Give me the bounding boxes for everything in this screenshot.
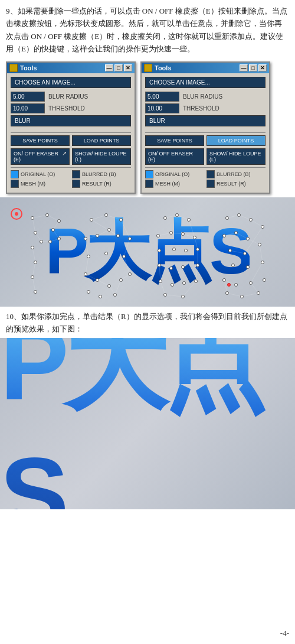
load-points-button-right[interactable]: LOAD POINTS — [206, 135, 266, 146]
choose-image-button-right[interactable]: CHOOSE AN IMAGE... — [145, 77, 266, 88]
blur-button-left[interactable]: BLUR — [11, 115, 131, 126]
blur-radius-row-left: BLUR RADIUS — [11, 92, 131, 102]
loupe-button-right[interactable]: SHOW/ HIDE LOUPE (L) — [206, 148, 266, 165]
checkbox-row1-left: ORIGINAL (O) BLURRED (B) — [11, 170, 131, 178]
threshold-input-right[interactable] — [145, 103, 179, 113]
top-text-block: 9、如果需要删除一些点的话，可以点击 ON / OFF 橡皮擦（E）按钮来删除点… — [0, 0, 295, 59]
mesh-group-left: MESH (M) — [11, 180, 70, 188]
maximize-button-left[interactable]: □ — [114, 64, 123, 71]
divider2-right — [145, 167, 266, 168]
blurred-label-right: BLURRED (B) — [217, 171, 251, 177]
circle-marker — [11, 208, 22, 220]
save-points-button-right[interactable]: SAVE POINTS — [145, 135, 204, 146]
tools-icon-left — [9, 64, 18, 72]
choose-image-button-left[interactable]: CHOOSE AN IMAGE... — [11, 77, 131, 88]
result-group-left: RESULT (R) — [72, 180, 131, 188]
close-button-right[interactable]: ✕ — [258, 64, 267, 71]
tools-body-left: CHOOSE AN IMAGE... BLUR RADIUS THRESHOLD… — [7, 73, 135, 193]
blurred-label-left: BLURRED (B) — [82, 171, 116, 177]
close-button-left[interactable]: ✕ — [124, 64, 132, 71]
preview-inner: P大点S — [0, 338, 295, 509]
blur-radius-label-right: BLUR RADIUS — [183, 93, 222, 100]
circle-marker-inner — [15, 212, 18, 216]
result-label-left: RESULT (R) — [82, 181, 112, 187]
minimize-button-right[interactable]: — — [240, 64, 248, 71]
eraser-row-right: ON/ OFF ERASER (E) SHOW/ HIDE LOUPE (L) — [145, 148, 266, 165]
tools-panel-left: Tools — □ ✕ CHOOSE AN IMAGE... BLUR RADI… — [6, 61, 136, 194]
blur-radius-row-right: BLUR RADIUS — [145, 92, 266, 102]
divider-left — [11, 132, 131, 133]
loupe-button-left[interactable]: SHOW/ HIDE LOUPE (L) — [72, 148, 131, 165]
titlebar-title-right: Tools — [144, 64, 172, 72]
maximize-button-right[interactable]: □ — [249, 64, 257, 71]
blurred-swatch-right — [206, 170, 215, 178]
threshold-input-left[interactable] — [11, 103, 45, 113]
titlebar-right: Tools — □ ✕ — [142, 63, 269, 73]
svg-point-5 — [34, 261, 37, 264]
load-points-button-left[interactable]: LOAD POINTS — [72, 135, 131, 146]
checkbox-row2-right: MESH (M) RESULT (R) — [145, 180, 266, 188]
image-section-inner: P大点S — [0, 197, 295, 307]
eraser-button-left[interactable]: ON/ OFF ERASER (E) ↗ — [11, 148, 70, 165]
tools-body-right: CHOOSE AN IMAGE... BLUR RADIUS THRESHOLD… — [142, 73, 269, 193]
tools-row: Tools — □ ✕ CHOOSE AN IMAGE... BLUR RADI… — [0, 59, 295, 197]
mesh-group-right: MESH (M) — [145, 180, 204, 188]
blurred-swatch-left — [72, 170, 80, 178]
mid-text-block: 10、如果你添加完点，单击结果（R）的显示选项，我们将会得到目前我们所创建点的预… — [0, 307, 295, 338]
blurred-group-left: BLURRED (B) — [72, 170, 131, 178]
checkbox-row2-left: MESH (M) RESULT (R) — [11, 180, 131, 188]
svg-point-0 — [31, 216, 34, 219]
page-number: -4- — [280, 629, 289, 638]
tools-title-left: Tools — [20, 64, 37, 71]
svg-point-7 — [34, 290, 37, 293]
svg-point-68 — [263, 278, 266, 281]
threshold-row-left: THRESHOLD — [11, 103, 131, 113]
eraser-label-left: ON/ OFF ERASER (E) — [14, 151, 58, 162]
divider2-left — [11, 167, 131, 168]
svg-point-3 — [34, 231, 37, 234]
blur-button-right[interactable]: BLUR — [145, 115, 266, 126]
save-load-row-left: SAVE POINTS LOAD POINTS — [11, 135, 131, 146]
tools-title-right: Tools — [155, 64, 172, 71]
original-swatch-right — [145, 170, 153, 178]
preview-section: P大点S — [0, 338, 295, 509]
blurred-group-right: BLURRED (B) — [206, 170, 266, 178]
loupe-label-right: SHOW/ HIDE LOUPE (L) — [209, 151, 261, 162]
save-points-button-left[interactable]: SAVE POINTS — [11, 135, 70, 146]
blur-radius-input-left[interactable] — [11, 92, 45, 102]
svg-point-64 — [261, 261, 264, 264]
save-load-row-right: SAVE POINTS LOAD POINTS — [145, 135, 266, 146]
original-group-right: ORIGINAL (O) — [145, 170, 204, 178]
titlebar-left: Tools — □ ✕ — [7, 63, 135, 73]
minimize-button-left[interactable]: — — [105, 64, 113, 71]
titlebar-buttons-right: — □ ✕ — [240, 64, 267, 71]
svg-point-4 — [31, 246, 34, 249]
original-group-left: ORIGINAL (O) — [11, 170, 70, 178]
image-section: P大点S — [0, 197, 295, 307]
blur-radius-label-left: BLUR RADIUS — [48, 93, 88, 100]
eraser-button-right[interactable]: ON/ OFF ERASER (E) — [145, 148, 204, 165]
checkbox-row1-right: ORIGINAL (O) BLURRED (B) — [145, 170, 266, 178]
mesh-label-right: MESH (M) — [155, 181, 180, 187]
big-text-display: P大点S — [45, 208, 250, 296]
page-wrapper: 9、如果需要删除一些点的话，可以点击 ON / OFF 橡皮擦（E）按钮来删除点… — [0, 0, 295, 509]
mesh-label-left: MESH (M) — [21, 181, 45, 187]
eraser-label-right: ON/ OFF ERASER (E) — [148, 151, 193, 162]
threshold-label-left: THRESHOLD — [48, 105, 85, 112]
result-swatch-left — [72, 180, 80, 188]
result-swatch-right — [206, 180, 215, 188]
eraser-row-left: ON/ OFF ERASER (E) ↗ SHOW/ HIDE LOUPE (L… — [11, 148, 131, 165]
threshold-row-right: THRESHOLD — [145, 103, 266, 113]
mesh-swatch-left — [11, 180, 19, 188]
tools-icon-right — [144, 64, 152, 72]
svg-point-55 — [261, 225, 264, 228]
original-label-right: ORIGINAL (O) — [155, 171, 189, 177]
result-group-right: RESULT (R) — [206, 180, 266, 188]
blur-radius-input-right[interactable] — [145, 92, 179, 102]
cursor-arrow-left: ↗ — [62, 150, 67, 157]
divider-right — [145, 132, 266, 133]
result-label-right: RESULT (R) — [217, 181, 246, 187]
big-text-preview: P大点S — [0, 338, 295, 509]
mid-text: 10、如果你添加完点，单击结果（R）的显示选项，我们将会得到目前我们所创建点的预… — [6, 312, 287, 333]
original-swatch-left — [11, 170, 19, 178]
